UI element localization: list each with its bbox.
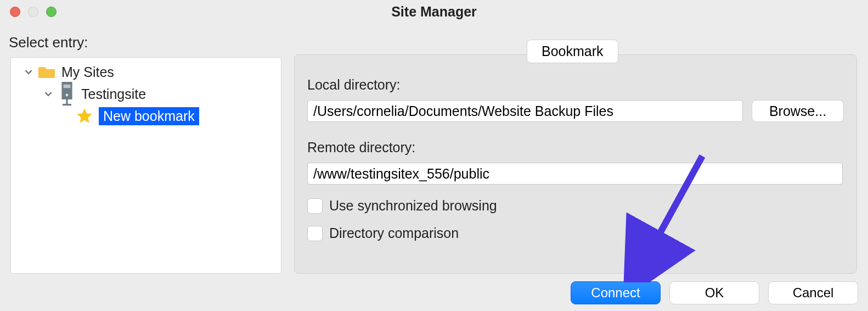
checkbox-icon[interactable] <box>307 198 323 214</box>
ok-button[interactable]: OK <box>669 281 759 304</box>
sync-browsing-label: Use synchronized browsing <box>329 198 497 214</box>
remote-directory-label: Remote directory: <box>307 140 415 156</box>
cancel-button[interactable]: Cancel <box>768 281 858 304</box>
folder-icon <box>38 64 56 80</box>
window-title: Site Manager <box>0 0 868 23</box>
checkbox-icon[interactable] <box>307 226 323 241</box>
star-icon <box>76 108 93 124</box>
titlebar: Site Manager <box>0 0 868 23</box>
browse-button[interactable]: Browse... <box>752 100 844 122</box>
local-directory-input[interactable] <box>307 100 743 122</box>
tree-site-label: Testingsite <box>81 86 146 102</box>
chevron-down-icon[interactable] <box>44 90 53 98</box>
server-icon <box>58 86 76 102</box>
tree-root-label: My Sites <box>61 64 114 80</box>
close-icon[interactable] <box>10 7 20 17</box>
sync-browsing-checkbox[interactable]: Use synchronized browsing <box>307 198 497 214</box>
svg-point-2 <box>66 93 69 96</box>
connect-button[interactable]: Connect <box>571 281 661 304</box>
tree-bookmark-label: New bookmark <box>99 107 199 125</box>
remote-directory-input[interactable] <box>307 163 843 185</box>
tree-bookmark-new[interactable]: New bookmark <box>11 105 281 127</box>
tab-bookmark[interactable]: Bookmark <box>527 40 618 63</box>
tree-root-my-sites[interactable]: My Sites <box>11 61 281 83</box>
directory-comparison-label: Directory comparison <box>329 225 459 241</box>
minimize-icon <box>28 7 38 17</box>
tree-site-testingsite[interactable]: Testingsite <box>11 83 281 105</box>
svg-rect-1 <box>64 84 71 87</box>
local-directory-label: Local directory: <box>307 77 401 93</box>
zoom-icon[interactable] <box>46 7 57 17</box>
svg-rect-4 <box>63 104 71 105</box>
chevron-down-icon[interactable] <box>24 68 33 76</box>
directory-comparison-checkbox[interactable]: Directory comparison <box>307 225 459 241</box>
select-entry-label: Select entry: <box>9 34 88 51</box>
entry-tree: My Sites Testingsite New bookmark <box>10 57 281 274</box>
